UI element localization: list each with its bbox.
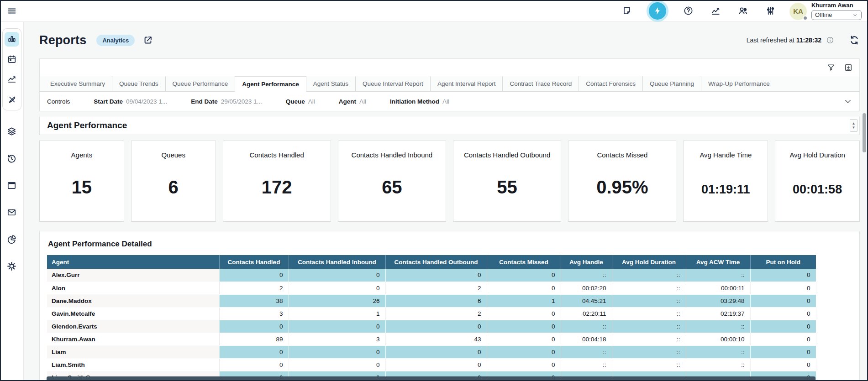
filter-label: Start Date xyxy=(94,98,123,105)
users-icon[interactable] xyxy=(738,5,748,16)
note-icon[interactable] xyxy=(622,6,632,16)
metric-cell: 0 xyxy=(487,282,561,294)
col-header-avg-hold-duration[interactable]: Avg Hold Duration xyxy=(612,255,686,269)
user-name: Khurram Awan xyxy=(811,2,862,9)
filter-agent[interactable]: AgentAll xyxy=(339,98,366,105)
metric-cell: :: xyxy=(686,269,750,282)
metric-cell: :: xyxy=(561,345,612,358)
sliders-icon[interactable] xyxy=(765,5,776,16)
download-icon[interactable] xyxy=(844,63,853,72)
filter-label: Agent xyxy=(339,98,356,105)
info-icon[interactable] xyxy=(826,36,834,44)
avatar[interactable]: KA xyxy=(789,3,807,20)
section-spinner[interactable]: ▲▼ xyxy=(850,119,857,132)
kpi-card-contacts-handled: Contacts Handled172 xyxy=(223,141,331,222)
avatar-initials: KA xyxy=(793,7,803,15)
col-header-contacts-missed[interactable]: Contacts Missed xyxy=(487,255,561,269)
sidebar-item-bar-chart[interactable] xyxy=(5,32,19,47)
tab-queue-interval-report[interactable]: Queue Interval Report xyxy=(355,76,430,91)
metric-cell: 0 xyxy=(750,282,816,294)
table-row[interactable]: Khurram.Awan89343000:04:18::00:00:100 xyxy=(47,333,816,345)
table-row[interactable]: Alex.Gurr0000::::::0 xyxy=(47,269,816,282)
filter-end-date[interactable]: End Date29/05/2023 1... xyxy=(191,98,262,105)
table-row[interactable]: Gavin.Metcalfe312002:20:11::02:19:370 xyxy=(47,307,816,320)
table-row[interactable]: Liam0000::::::0 xyxy=(47,345,816,358)
table-row[interactable]: Glendon.Evarts0000::::::0 xyxy=(47,320,816,333)
sidebar-item-layers[interactable] xyxy=(5,124,19,139)
kpi-value: 15 xyxy=(72,177,92,198)
metrics-icon[interactable] xyxy=(710,5,721,16)
tab-contract-trace-record[interactable]: Contract Trace Record xyxy=(502,76,579,91)
kpi-cards: Agents15Queues6Contacts Handled172Contac… xyxy=(39,141,860,222)
col-header-avg-acw-time[interactable]: Avg ACW Time xyxy=(686,255,750,269)
status-select[interactable]: Offline xyxy=(811,10,862,20)
agent-name-cell: Gavin.Metcalfe xyxy=(47,307,219,320)
sidebar xyxy=(0,22,24,381)
col-header-avg-handle[interactable]: Avg Handle xyxy=(561,255,612,269)
metric-cell: :: xyxy=(612,294,686,307)
report-tabs: Executive SummaryQueue TrendsQueue Perfo… xyxy=(40,76,859,92)
col-header-contacts-handled-outbound[interactable]: Contacts Handled Outbound xyxy=(385,255,487,269)
kpi-card-contacts-missed: Contacts Missed0.95% xyxy=(568,141,676,222)
tab-queue-performance[interactable]: Queue Performance xyxy=(165,76,235,91)
table-row[interactable]: Alon202000:02:20::00:00:110 xyxy=(47,282,816,294)
col-header-contacts-handled-inbound[interactable]: Contacts Handled Inbound xyxy=(289,255,385,269)
tab-queue-trends[interactable]: Queue Trends xyxy=(112,76,165,91)
metric-cell: 04:45:21 xyxy=(561,294,612,307)
tab-queue-planning[interactable]: Queue Planning xyxy=(642,76,701,91)
last-refreshed-time: 11:28:32 xyxy=(796,37,821,44)
table-row[interactable]: Dane.Maddox38266104:45:21::03:29:480 xyxy=(47,294,816,307)
metric-cell: 0 xyxy=(385,358,487,371)
metric-cell: 3 xyxy=(289,333,385,345)
filter-icon[interactable] xyxy=(826,63,836,72)
tab-agent-performance[interactable]: Agent Performance xyxy=(235,76,306,92)
tab-wrap-up-performance[interactable]: Wrap-Up Performance xyxy=(701,76,777,91)
tab-agent-interval-report[interactable]: Agent Interval Report xyxy=(430,76,503,91)
col-header-put-on-hold[interactable]: Put on Hold xyxy=(750,255,816,269)
external-link-icon[interactable] xyxy=(143,35,153,45)
filter-initiation-method[interactable]: Initiation MethodAll xyxy=(390,98,449,105)
metric-cell: 0 xyxy=(219,269,289,282)
hamburger-menu-icon[interactable] xyxy=(7,6,17,16)
metric-cell: 0 xyxy=(487,320,561,333)
table-body: Alex.Gurr0000::::::0Alon202000:02:20::00… xyxy=(47,269,816,381)
table-row[interactable]: Liam.Smith0000::::::0 xyxy=(47,358,816,371)
sidebar-item-mail[interactable] xyxy=(5,205,19,219)
horizontal-scrollbar[interactable] xyxy=(47,376,815,381)
kpi-value: 65 xyxy=(382,177,402,198)
refresh-icon[interactable] xyxy=(849,35,860,46)
filter-value: All xyxy=(359,98,366,105)
metric-cell: 38 xyxy=(219,294,289,307)
metric-cell: 1 xyxy=(487,294,561,307)
vertical-scrollbar[interactable] xyxy=(863,113,866,359)
layers-icon xyxy=(6,126,17,137)
flash-icon[interactable] xyxy=(649,2,666,20)
kpi-value: 172 xyxy=(262,177,292,198)
mail-icon xyxy=(6,207,17,218)
tab-agent-status[interactable]: Agent Status xyxy=(306,76,355,91)
kpi-label: Queues xyxy=(161,151,185,159)
filter-start-date[interactable]: Start Date09/04/2023 1... xyxy=(94,98,167,105)
vertical-scrollbar-thumb[interactable] xyxy=(863,113,866,152)
sidebar-item-pie-chart[interactable] xyxy=(5,232,19,246)
col-header-contacts-handled[interactable]: Contacts Handled xyxy=(219,255,289,269)
kpi-card-avg-handle-time: Avg Handle Time01:19:11 xyxy=(683,141,768,222)
sidebar-item-design[interactable] xyxy=(5,92,19,107)
col-header-agent[interactable]: Agent xyxy=(47,255,219,269)
sidebar-item-gear[interactable] xyxy=(5,259,19,273)
metric-cell: :: xyxy=(686,345,750,358)
agent-name-cell: Dane.Maddox xyxy=(47,294,219,307)
sidebar-item-line-chart[interactable] xyxy=(5,72,19,87)
sidebar-item-history[interactable] xyxy=(5,151,19,166)
sidebar-item-window[interactable] xyxy=(5,178,19,193)
tab-contact-forensics[interactable]: Contact Forensics xyxy=(579,76,642,91)
detail-panel: Agent Performance Detailed AgentContacts… xyxy=(39,231,860,381)
filter-queue[interactable]: QueueAll xyxy=(286,98,315,105)
tab-executive-summary[interactable]: Executive Summary xyxy=(43,76,112,91)
window-icon xyxy=(6,180,17,191)
metric-cell: 0 xyxy=(750,269,816,282)
sidebar-item-calendar[interactable] xyxy=(5,52,19,67)
help-icon[interactable] xyxy=(683,5,694,16)
metric-cell: 00:02:20 xyxy=(561,282,612,294)
controls-expand-chevron-icon[interactable] xyxy=(844,97,852,105)
